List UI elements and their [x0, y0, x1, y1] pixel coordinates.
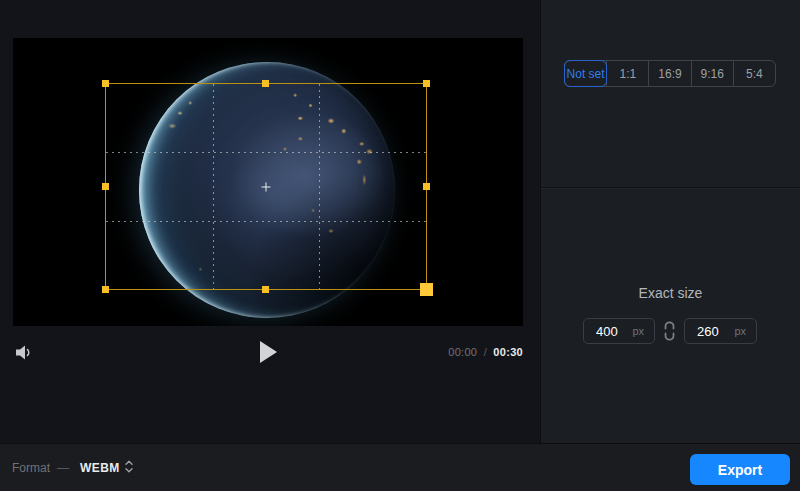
- width-field: px: [583, 318, 655, 344]
- aspect-option-not-set[interactable]: Not set: [565, 61, 607, 86]
- volume-icon: [15, 349, 34, 364]
- export-button[interactable]: Export: [690, 454, 790, 485]
- link-dimensions-button[interactable]: [663, 320, 676, 342]
- crop-grid-line-vertical-2: [319, 84, 320, 289]
- exact-size-heading: Exact size: [541, 285, 800, 301]
- total-duration: 00:30: [493, 346, 523, 358]
- crop-handle-bottom-left[interactable]: [102, 286, 109, 293]
- format-select[interactable]: WEBM: [76, 458, 137, 478]
- crop-handle-top-left[interactable]: [102, 80, 109, 87]
- settings-panel: Not set 1:1 16:9 9:16 5:4 Exact size px: [540, 0, 800, 443]
- play-button[interactable]: [257, 340, 279, 366]
- volume-button[interactable]: [13, 344, 35, 362]
- crop-handle-middle-right[interactable]: [423, 183, 430, 190]
- crop-grid-line-vertical-1: [213, 84, 214, 289]
- exact-size-row: px px: [541, 318, 800, 344]
- time-display: 00:00 / 00:30: [448, 346, 523, 358]
- crop-handle-top-right[interactable]: [423, 80, 430, 87]
- aspect-option-5-4[interactable]: 5:4: [734, 61, 775, 86]
- video-stage: [13, 38, 523, 326]
- height-field: px: [684, 318, 757, 344]
- format-separator: —: [57, 461, 69, 475]
- select-arrows-icon: [125, 460, 133, 476]
- aspect-ratio-group: Not set 1:1 16:9 9:16 5:4: [564, 60, 776, 87]
- crop-handle-middle-left[interactable]: [102, 183, 109, 190]
- format-control: Format — WEBM: [12, 444, 137, 491]
- height-unit-label: px: [734, 325, 756, 337]
- time-separator: /: [484, 346, 487, 358]
- crop-center-crosshair-icon: [262, 182, 271, 191]
- format-label: Format: [12, 461, 50, 475]
- footer-bar: Format — WEBM Export: [0, 443, 800, 491]
- aspect-option-9-16[interactable]: 9:16: [692, 61, 734, 86]
- player-controls: 00:00 / 00:30: [13, 336, 523, 370]
- crop-handle-top-center[interactable]: [262, 80, 269, 87]
- crop-grid-line-horizontal-1: [106, 152, 426, 153]
- aspect-option-16-9[interactable]: 16:9: [649, 61, 691, 86]
- height-input[interactable]: [685, 324, 727, 339]
- panel-section-divider: [541, 187, 800, 188]
- video-export-app: 00:00 / 00:30 Not set 1:1 16:9 9:16 5:4 …: [0, 0, 800, 491]
- aspect-option-1-1[interactable]: 1:1: [607, 61, 649, 86]
- crop-box[interactable]: [105, 83, 427, 290]
- crop-handle-bottom-right[interactable]: [420, 283, 433, 296]
- crop-grid-line-horizontal-2: [106, 221, 426, 222]
- width-input[interactable]: [584, 324, 626, 339]
- chain-link-icon: [663, 330, 676, 345]
- format-value: WEBM: [80, 461, 120, 475]
- play-icon: [259, 352, 278, 367]
- crop-handle-bottom-center[interactable]: [262, 286, 269, 293]
- width-unit-label: px: [632, 325, 654, 337]
- current-time: 00:00: [448, 346, 477, 358]
